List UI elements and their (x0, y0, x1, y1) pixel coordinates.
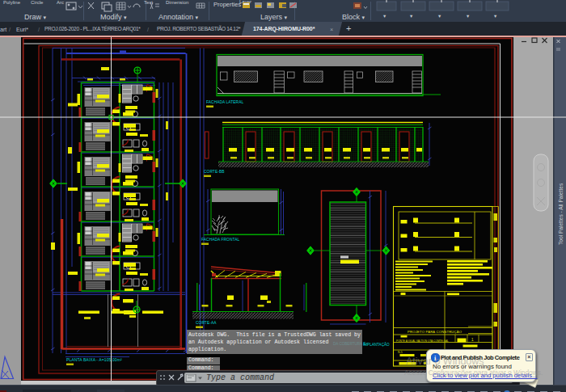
svg-text:PROJETO PARA CONSTRUÇÃO: PROJETO PARA CONSTRUÇÃO (408, 330, 463, 334)
svg-text:▾: ▾ (467, 13, 470, 19)
svg-text:N-5: N-5 (398, 351, 403, 354)
svg-text:CORTE-AA: CORTE-AA (196, 321, 217, 325)
svg-text:Dimension: Dimension (166, 0, 188, 5)
svg-text:Tool Palettes - All Palettes: Tool Palettes - All Palettes (558, 183, 564, 245)
svg-text:Polyline: Polyline (3, 0, 21, 5)
svg-text:FACHADA LATERAL: FACHADA LATERAL (206, 100, 243, 104)
svg-text:▾: ▾ (383, 13, 386, 19)
svg-text:PONTE A IGUAL VALTION QTA.COM: PONTE A IGUAL VALTION QTA.COMTE.GAL (396, 339, 449, 343)
svg-text:PLANTA BAIXA - A=105,00m²: PLANTA BAIXA - A=105,00m² (66, 357, 122, 362)
svg-text:Text: Text (144, 0, 153, 5)
svg-text:IMPLANTAÇÃO: IMPLANTAÇÃO (363, 342, 390, 347)
svg-text:Arc: Arc (57, 0, 64, 5)
svg-text:Circle: Circle (31, 0, 44, 5)
svg-text:▾: ▾ (494, 13, 497, 19)
svg-text:FACHADA FRONTAL: FACHADA FRONTAL (201, 238, 239, 242)
svg-text:CORTE-BB: CORTE-BB (204, 170, 225, 174)
svg-text:▾: ▾ (410, 13, 413, 19)
svg-text:▾: ▾ (438, 13, 441, 19)
